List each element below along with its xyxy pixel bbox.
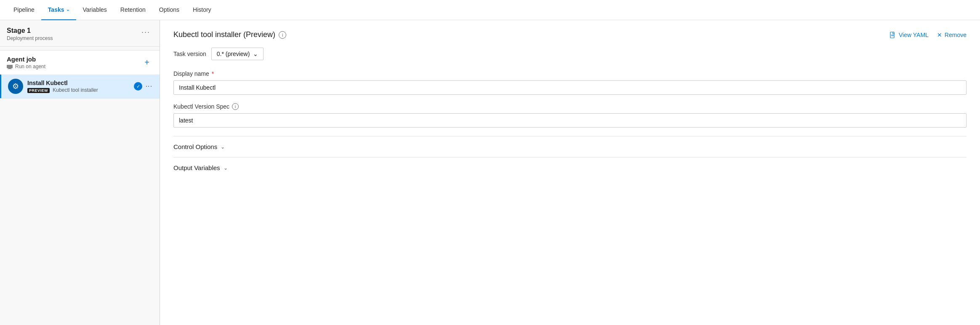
task-icon-wrap: ⚙	[8, 79, 23, 94]
title-info-icon[interactable]: i	[279, 31, 286, 39]
stage-more-button[interactable]: ···	[139, 27, 153, 37]
agent-job-header: Agent job Run on agent +	[0, 51, 160, 75]
stage-info: Stage 1 Deployment process	[7, 27, 53, 41]
task-preview-badge: PREVIEW	[27, 88, 50, 93]
agent-job-subtitle: Run on agent	[7, 64, 45, 69]
right-panel: Kubectl tool installer (Preview) i View …	[160, 20, 980, 325]
svg-rect-2	[8, 69, 12, 69]
agent-job-title: Agent job	[7, 56, 45, 63]
task-version-label: Task version	[173, 51, 206, 57]
right-panel-title: Kubectl tool installer (Preview)	[173, 30, 275, 39]
task-info: Install Kubectl PREVIEW Kubectl tool ins…	[27, 80, 130, 93]
task-actions: ✓ ⋮	[134, 82, 153, 91]
version-chevron-icon: ⌄	[253, 51, 258, 57]
task-check-icon: ✓	[134, 82, 142, 91]
kubectl-version-spec-group: Kubectl Version Spec i	[173, 103, 967, 128]
task-sub: PREVIEW Kubectl tool installer	[27, 87, 130, 93]
nav-tasks[interactable]: Tasks ⌄	[41, 0, 76, 20]
tasks-chevron-icon: ⌄	[66, 7, 69, 12]
control-options-header[interactable]: Control Options ⌄	[173, 143, 967, 150]
output-variables-header[interactable]: Output Variables ⌄	[173, 164, 967, 171]
task-version-row: Task version 0.* (preview) ⌄	[173, 48, 967, 60]
task-item[interactable]: ⚙ Install Kubectl PREVIEW Kubectl tool i…	[0, 75, 160, 98]
control-options-chevron-icon: ⌄	[221, 144, 225, 150]
output-variables-section: Output Variables ⌄	[173, 157, 967, 178]
nav-variables[interactable]: Variables	[76, 0, 114, 20]
nav-history[interactable]: History	[186, 0, 218, 20]
control-options-section: Control Options ⌄	[173, 136, 967, 157]
kubectl-version-info-icon[interactable]: i	[232, 103, 239, 110]
stage-subtitle: Deployment process	[7, 35, 53, 41]
stage-title: Stage 1	[7, 27, 53, 35]
task-version-select[interactable]: 0.* (preview) ⌄	[211, 48, 264, 60]
agent-job-info: Agent job Run on agent	[7, 56, 45, 69]
left-panel: Stage 1 Deployment process ··· Agent job	[0, 20, 160, 325]
view-yaml-button[interactable]: View YAML	[889, 32, 929, 38]
kubectl-version-spec-input[interactable]	[173, 113, 967, 128]
right-title-area: Kubectl tool installer (Preview) i	[173, 30, 286, 39]
agent-icon	[7, 64, 13, 69]
right-header: Kubectl tool installer (Preview) i View …	[173, 30, 967, 39]
right-actions: View YAML ✕ Remove	[889, 32, 967, 38]
task-name: Install Kubectl	[27, 80, 130, 86]
required-star: *	[212, 70, 214, 77]
kubectl-icon: ⚙	[12, 82, 19, 91]
stage-header: Stage 1 Deployment process ···	[0, 20, 160, 47]
task-context-menu-button[interactable]: ⋮	[145, 83, 153, 90]
nav-options[interactable]: Options	[152, 0, 186, 20]
svg-rect-0	[7, 65, 13, 68]
agent-job-section: Agent job Run on agent +	[0, 50, 160, 99]
display-name-label: Display name *	[173, 70, 967, 77]
display-name-input[interactable]	[173, 80, 967, 95]
display-name-group: Display name *	[173, 70, 967, 95]
kubectl-version-spec-label: Kubectl Version Spec i	[173, 103, 967, 110]
nav-retention[interactable]: Retention	[114, 0, 152, 20]
nav-pipeline[interactable]: Pipeline	[7, 0, 41, 20]
top-nav: Pipeline Tasks ⌄ Variables Retention Opt…	[0, 0, 980, 20]
remove-x-icon: ✕	[937, 32, 942, 38]
main-content: Stage 1 Deployment process ··· Agent job	[0, 20, 980, 325]
remove-button[interactable]: ✕ Remove	[937, 32, 967, 38]
yaml-file-icon	[889, 32, 896, 38]
add-task-button[interactable]: +	[141, 57, 153, 68]
output-variables-chevron-icon: ⌄	[224, 165, 228, 171]
